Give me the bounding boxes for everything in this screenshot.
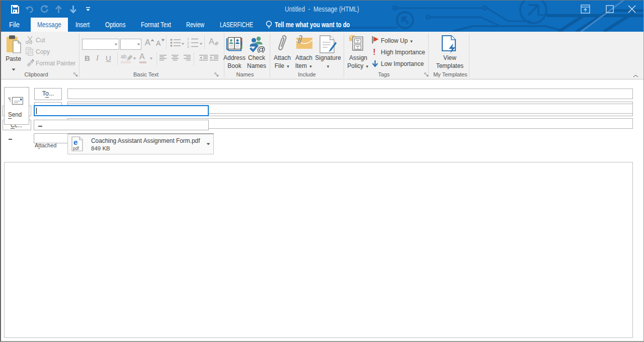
svg-text:@: @ <box>257 45 266 53</box>
svg-text:pdf: pdf <box>73 146 79 151</box>
svg-text:ab: ab <box>121 53 127 59</box>
svg-text:1: 1 <box>187 37 189 41</box>
svg-text:e: e <box>73 138 77 146</box>
svg-text:2: 2 <box>187 41 189 45</box>
svg-text:3: 3 <box>187 45 189 48</box>
